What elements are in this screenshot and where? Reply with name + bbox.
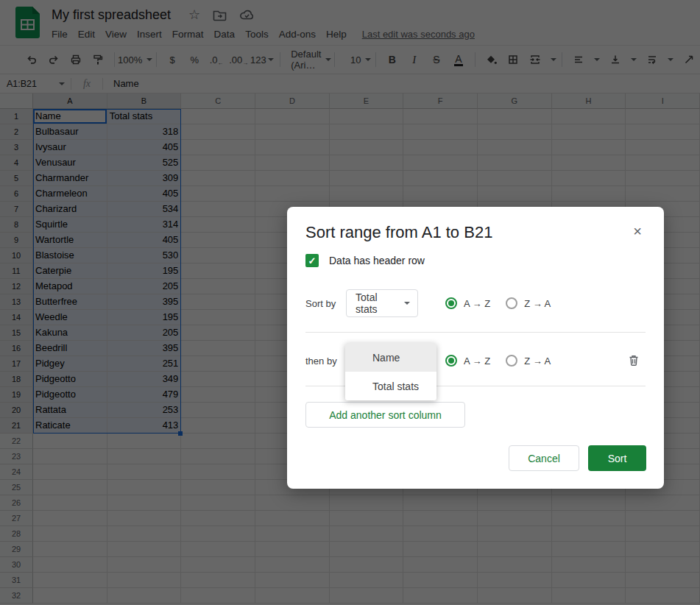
then-by-desc-label[interactable]: Z → A — [524, 355, 551, 367]
sort-by-label: Sort by — [305, 298, 346, 309]
chevron-down-icon — [404, 302, 410, 305]
header-row-checkbox-label[interactable]: Data has header row — [329, 255, 425, 266]
cancel-button[interactable]: Cancel — [509, 445, 579, 471]
column-dropdown-menu: NameTotal stats — [345, 343, 436, 400]
delete-sort-column-icon[interactable] — [626, 353, 641, 368]
sort-by-asc-label[interactable]: A → Z — [464, 298, 490, 309]
dropdown-option-total-stats[interactable]: Total stats — [345, 372, 436, 400]
google-sheets-app: My first spreadsheet ☆ — [0, 0, 700, 605]
checkmark-icon: ✓ — [308, 255, 317, 266]
sort-button[interactable]: Sort — [588, 445, 646, 471]
then-by-label: then by — [305, 355, 346, 367]
sort-by-desc-radio[interactable] — [506, 297, 517, 309]
dialog-separator — [305, 332, 646, 333]
dropdown-option-name[interactable]: Name — [345, 343, 436, 372]
close-icon[interactable]: × — [629, 223, 646, 240]
then-by-desc-radio[interactable] — [506, 355, 517, 367]
sort-by-row: Sort by Total stats A → Z Z → A — [305, 289, 566, 317]
then-by-asc-label[interactable]: A → Z — [464, 355, 490, 367]
dialog-title: Sort range from A1 to B21 — [305, 223, 492, 242]
header-row-checkbox[interactable]: ✓ — [305, 254, 319, 267]
add-sort-column-button[interactable]: Add another sort column — [305, 402, 465, 428]
sort-by-asc-radio[interactable] — [445, 297, 457, 309]
sort-by-column-select[interactable]: Total stats — [346, 289, 418, 317]
sort-by-desc-label[interactable]: Z → A — [524, 298, 551, 309]
then-by-asc-radio[interactable] — [445, 355, 457, 367]
sort-range-dialog: Sort range from A1 to B21 × ✓ Data has h… — [287, 207, 664, 489]
